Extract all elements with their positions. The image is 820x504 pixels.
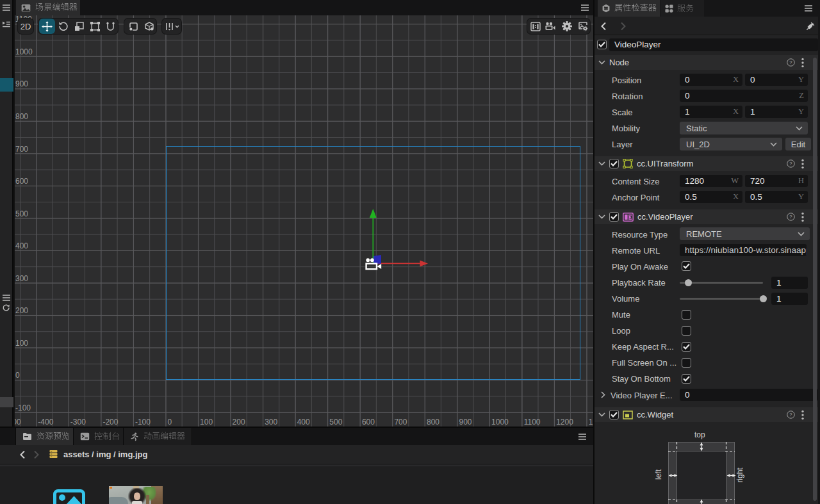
svg-text:?: ?	[789, 161, 792, 167]
svg-text:?: ?	[789, 412, 792, 418]
svg-text:?: ?	[789, 214, 792, 220]
svg-text:?: ?	[789, 60, 792, 65]
